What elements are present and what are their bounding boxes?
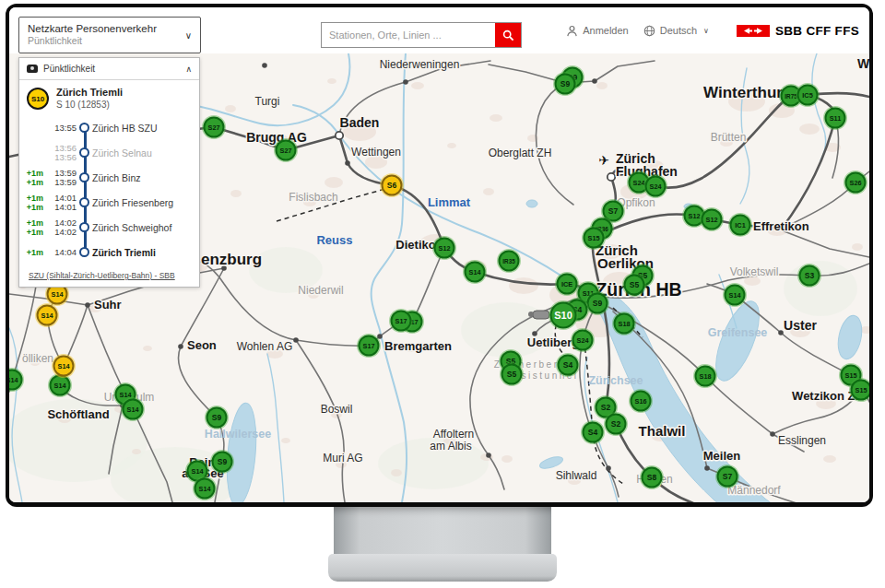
line-badge-IR35[interactable]: IR35 <box>497 249 521 273</box>
line-badge-S24[interactable]: S24 <box>571 328 595 352</box>
node-cell <box>77 197 92 207</box>
line-badge-S14[interactable]: S14 <box>723 283 747 307</box>
line-badge-S9[interactable]: S9 <box>205 406 229 429</box>
delay-cell: +1m+1m <box>19 169 43 187</box>
map-label: Affoltern <box>433 428 474 441</box>
line-badge-S18[interactable]: S18 <box>693 364 717 388</box>
train-summary: S10 Zürich Triemli S 10 (12853) <box>19 80 199 114</box>
stop-name: Zürich Selnau <box>92 147 152 159</box>
timeline-node <box>79 147 89 158</box>
svg-text:S15: S15 <box>588 234 600 242</box>
language-select[interactable]: Deutsch ∨ <box>643 25 709 37</box>
line-badge-S10[interactable]: S10 <box>549 300 578 330</box>
svg-text:S26: S26 <box>850 179 862 187</box>
line-badge-S18[interactable]: S18 <box>612 312 636 335</box>
search-bar <box>321 22 522 48</box>
line-badge-S14[interactable]: S14 <box>9 368 24 392</box>
line-badge-S24[interactable]: S24 <box>643 174 667 198</box>
line-badge-S7[interactable]: S7 <box>715 465 739 488</box>
line-badge-S14[interactable]: S14 <box>121 397 145 421</box>
line-badge-S6[interactable]: S6 <box>380 173 404 197</box>
line-badge-S8[interactable]: S8 <box>640 465 664 489</box>
svg-text:S8: S8 <box>647 473 657 482</box>
line-badge-S14[interactable]: S14 <box>463 260 487 284</box>
svg-text:S14: S14 <box>54 382 67 390</box>
line-badge-S9[interactable]: S9 <box>553 72 577 96</box>
svg-text:S18: S18 <box>700 372 712 381</box>
stop-row: +1m+1m14:0214:02Zürich Schweighof <box>19 215 199 240</box>
svg-text:S17: S17 <box>395 317 407 325</box>
line-badge-S4[interactable]: S4 <box>556 353 580 377</box>
screenshot-stage: NiederweningenTurgiBadenBrugg AGWettinge… <box>0 0 885 588</box>
line-badge-IC1[interactable]: IC1 <box>728 213 752 237</box>
map-label: Effretikon <box>753 219 809 233</box>
svg-text:S27: S27 <box>208 123 220 132</box>
line-badge-S2[interactable]: S2 <box>604 412 628 436</box>
line-badge-S11[interactable]: S11 <box>823 106 847 130</box>
svg-text:S18: S18 <box>619 320 631 328</box>
svg-text:S14: S14 <box>58 362 71 370</box>
map-label: Brütten <box>711 131 747 144</box>
search-button[interactable] <box>495 23 521 47</box>
chevron-down-icon: ∨ <box>185 30 192 41</box>
map-label: Zürichsee <box>588 374 643 387</box>
map-label: Winterthur <box>703 84 783 101</box>
line-badge-S14[interactable]: S14 <box>35 303 59 327</box>
user-icon <box>566 25 578 37</box>
line-badge-IC5[interactable]: IC5 <box>796 83 820 107</box>
map-label: Boswil <box>321 403 353 416</box>
map-label: Baden <box>340 115 380 130</box>
map-label: Meilen <box>703 449 741 463</box>
line-badge-S14[interactable]: S14 <box>193 476 217 500</box>
monitor-screen: NiederweningenTurgiBadenBrugg AGWettinge… <box>9 7 869 502</box>
line-badge-ICE[interactable]: ICE <box>555 272 579 296</box>
line-badge-S17[interactable]: S17 <box>357 334 381 358</box>
delay-cell: +1m <box>19 248 43 257</box>
map-label: Niederweningen <box>380 58 460 71</box>
line-badge-S5[interactable]: S5 <box>622 273 646 297</box>
line-badge-S3[interactable]: S3 <box>797 264 821 288</box>
svg-text:S12: S12 <box>706 216 718 224</box>
search-input[interactable] <box>322 23 495 47</box>
map-label: Uster <box>784 318 817 333</box>
svg-text:S5: S5 <box>630 280 640 289</box>
line-badge-S9[interactable]: S9 <box>210 450 234 474</box>
stop-name: Zürich Triemli <box>92 247 156 258</box>
line-badge-S5[interactable]: S5 <box>500 362 524 386</box>
map-layer-select[interactable]: Netzkarte Personenverkehr Pünktlichkeit … <box>18 17 201 53</box>
chevron-up-icon[interactable]: ∧ <box>185 65 192 74</box>
line-badge-S9[interactable]: S9 <box>585 291 609 315</box>
monitor-frame: NiederweningenTurgiBadenBrugg AGWettinge… <box>6 4 873 507</box>
line-badge-S4[interactable]: S4 <box>581 420 605 444</box>
line-badge-S15[interactable]: S15 <box>582 226 606 250</box>
line-badge-S27[interactable]: S27 <box>274 138 298 162</box>
map-label: Fislisbach <box>289 191 337 204</box>
map-label: Esslingen <box>778 434 826 447</box>
line-badge-S12[interactable]: S12 <box>700 207 724 231</box>
train-line-badge: S10 <box>27 88 49 110</box>
svg-text:S24: S24 <box>650 182 663 191</box>
time-cell: 13:5913:59 <box>43 169 77 187</box>
line-badge-S14[interactable]: S14 <box>52 354 76 378</box>
sbb-logo-text: SBB CFF FFS <box>775 24 859 38</box>
svg-text:S17: S17 <box>363 342 375 350</box>
operator-link[interactable]: SZU (Sihltal-Zürich-Uetliberg-Bahn) - SB… <box>29 271 175 280</box>
line-badge-S17[interactable]: S17 <box>389 309 413 333</box>
line-badge-S16[interactable]: S16 <box>629 389 653 413</box>
stop-row: 13:55Zürich HB SZU <box>19 115 199 140</box>
line-badge-S12[interactable]: S12 <box>432 236 456 260</box>
svg-text:S7: S7 <box>608 206 619 216</box>
map-label: Männedorf <box>727 484 781 497</box>
time-cell: 13:5613:56 <box>43 144 77 162</box>
line-badge-S26[interactable]: S26 <box>844 171 867 194</box>
delay-cell: +1m+1m <box>19 218 43 237</box>
login-button[interactable]: Anmelden <box>566 25 629 37</box>
svg-text:S27: S27 <box>280 147 292 155</box>
sbb-logo[interactable]: SBB CFF FFS <box>737 24 859 38</box>
panel-title: Pünktlichkeit <box>43 64 180 74</box>
svg-text:S6: S6 <box>387 181 397 190</box>
globe-icon <box>643 25 655 37</box>
stop-row: +1m14:04Zürich Triemli <box>19 240 199 265</box>
panel-header[interactable]: Pünktlichkeit ∧ <box>19 58 199 80</box>
line-badge-S27[interactable]: S27 <box>202 115 226 139</box>
